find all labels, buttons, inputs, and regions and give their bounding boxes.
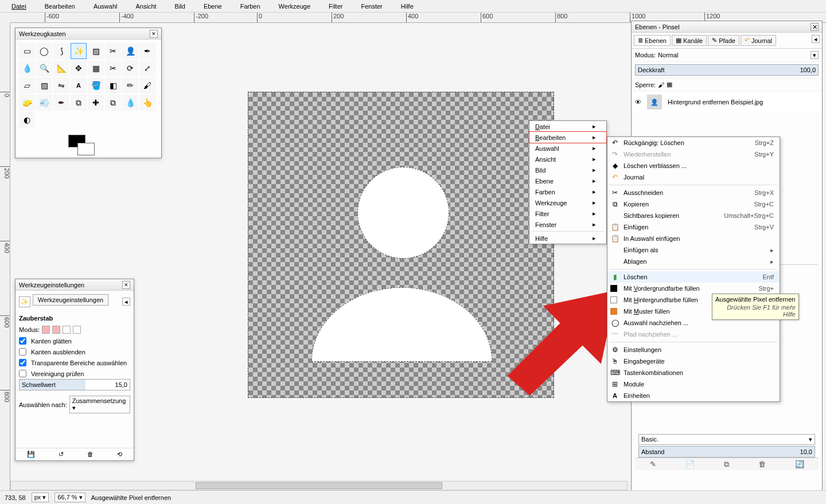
rotate-tool[interactable]: ⟳ [122, 60, 138, 76]
mode-dropdown[interactable]: ▾ [811, 51, 819, 59]
pencil-tool[interactable]: ✏ [122, 77, 138, 93]
scissors-tool[interactable]: ✂ [105, 43, 121, 59]
background-color[interactable] [77, 143, 95, 155]
menu-preferences[interactable]: ⚙Einstellungen [607, 344, 780, 355]
tab-journal[interactable]: ↶Journal [741, 35, 776, 46]
menu-auswahl[interactable]: Auswahl [84, 2, 127, 11]
restore-options-icon[interactable]: ↺ [59, 451, 64, 458]
refresh-brush-icon[interactable]: 🔄 [795, 460, 804, 468]
menu-cut[interactable]: ✂AusschneidenStrg+X [607, 187, 780, 198]
menu-button-icon[interactable]: ◂ [122, 298, 130, 306]
by-color-select-tool[interactable]: ▨ [88, 43, 104, 59]
move-tool[interactable]: ✥ [71, 60, 87, 76]
edit-submenu[interactable]: ↶Rückgängig: LöschenStrg+Z ↷Wiederherste… [607, 136, 780, 402]
delete-options-icon[interactable]: 🗑 [87, 451, 93, 458]
blend-tool[interactable]: ◧ [105, 77, 121, 93]
feather-checkbox[interactable] [19, 348, 26, 355]
zoom-tool[interactable]: 🔍 [36, 60, 52, 76]
menu-copy-visible[interactable]: Sichtbares kopierenUmschalt+Strg+C [607, 210, 780, 221]
transparent-checkbox[interactable] [19, 359, 26, 366]
foreground-select-tool[interactable]: 👤 [122, 43, 138, 59]
menu-modules[interactable]: ⊞Module [607, 378, 780, 390]
flip-tool[interactable]: ⇋ [53, 77, 69, 93]
tool-options-window[interactable]: Werkzeugeinstellungen ✕ ✨ Werkzeugeinste… [15, 279, 134, 461]
reset-options-icon[interactable]: ⟲ [117, 451, 122, 458]
layer-name[interactable]: Hintergrund entfernen Beispiel.jpg [668, 99, 763, 106]
eraser-tool[interactable]: 🧽 [19, 95, 35, 111]
menu-farben[interactable]: Farben [231, 2, 270, 11]
zoom-dropdown[interactable]: 66,7 % ▾ [54, 493, 85, 502]
menu-undo[interactable]: ↶Rückgängig: LöschenStrg+Z [607, 137, 780, 149]
menu-ebene[interactable]: Ebene [194, 2, 231, 11]
mode-subtract-button[interactable] [63, 326, 71, 334]
menu-paste-into[interactable]: 📋In Auswahl einfügen [607, 233, 780, 244]
scale-tool[interactable]: ⤢ [139, 60, 155, 76]
menu-bild[interactable]: Bild [166, 2, 194, 11]
menu-hilfe[interactable]: Hilfe [392, 2, 423, 11]
menu-datei[interactable]: Datei [2, 2, 36, 11]
ctx-datei[interactable]: Datei▸ [529, 121, 606, 132]
menu-ansicht[interactable]: Ansicht [126, 2, 165, 11]
rect-select-tool[interactable]: ▭ [19, 43, 35, 59]
lock-alpha-icon[interactable]: ▦ [667, 81, 672, 88]
layer-row[interactable]: 👁 👤 Hintergrund entfernen Beispiel.jpg [632, 91, 822, 113]
new-brush-icon[interactable]: 📄 [685, 460, 695, 468]
text-tool[interactable]: A [71, 77, 87, 93]
image-canvas[interactable] [248, 92, 554, 398]
fuzzy-select-tool[interactable]: ✨ [71, 43, 87, 59]
ellipse-select-tool[interactable]: ◯ [36, 43, 52, 59]
ctx-auswahl[interactable]: Auswahl▸ [529, 143, 606, 154]
unit-dropdown[interactable]: px ▾ [32, 493, 49, 502]
ctx-ebene[interactable]: Ebene▸ [529, 175, 606, 186]
menu-input-devices[interactable]: 🖱Eingabegeräte [607, 355, 780, 367]
shear-tool[interactable]: ▱ [19, 77, 35, 93]
threshold-field[interactable]: SSchwellwertchwellwert 15,0 [19, 379, 130, 390]
menu-redo[interactable]: ↷WiederherstellenStrg+Y [607, 149, 780, 160]
menu-fill-fg[interactable]: Mit Vordergrundfarbe füllenStrg+ [607, 283, 780, 294]
spacing-slider[interactable]: AAbstandbstand 10,0 [638, 446, 815, 458]
ctx-hilfe[interactable]: Hilfe▸ [529, 233, 606, 244]
mode-replace-button[interactable] [42, 326, 50, 334]
free-select-tool[interactable]: ⟆ [53, 43, 69, 59]
toolbox-window[interactable]: Werkzeugkasten ✕ ▭ ◯ ⟆ ✨ ▨ ✂ 👤 ✒ 💧 🔍 📐 ✥… [15, 28, 162, 158]
menu-clear[interactable]: ▮LöschenEntf [607, 271, 780, 283]
airbrush-tool[interactable]: 💨 [36, 95, 52, 111]
smudge-tool[interactable]: 👆 [139, 95, 155, 111]
ctx-farben[interactable]: Farben▸ [529, 186, 606, 197]
menu-fenster[interactable]: Fenster [352, 2, 391, 11]
align-tool[interactable]: ▦ [88, 60, 104, 76]
perspective-clone-tool[interactable]: ⧉ [105, 95, 121, 111]
menubar[interactable]: Datei Bearbeiten Auswahl Ansicht Bild Eb… [0, 0, 826, 13]
menu-filter[interactable]: Filter [320, 2, 352, 11]
ctx-filter[interactable]: Filter▸ [529, 208, 606, 219]
menu-copy[interactable]: ⧉KopierenStrg+C [607, 198, 780, 210]
menu-bearbeiten[interactable]: Bearbeiten [36, 2, 84, 11]
merged-checkbox[interactable] [19, 370, 26, 377]
ctx-fenster[interactable]: Fenster▸ [529, 219, 606, 230]
duplicate-brush-icon[interactable]: ⧉ [724, 460, 729, 469]
ctx-bild[interactable]: Bild▸ [529, 165, 606, 175]
selectby-dropdown[interactable]: Zusammensetzung ▾ [69, 396, 130, 413]
dock-title[interactable]: Ebenen - Pinsel ✕ [632, 21, 822, 33]
close-icon[interactable]: ✕ [122, 281, 130, 289]
menu-shortcuts[interactable]: ⌨Tastenkombinationen [607, 367, 780, 378]
menu-stroke-path[interactable]: 〰Pfad nachziehen ... [607, 329, 780, 340]
save-options-icon[interactable]: 💾 [27, 451, 35, 458]
crop-tool[interactable]: ✂ [105, 60, 121, 76]
brush-preset-dropdown[interactable]: Basic.▾ [638, 434, 815, 445]
close-icon[interactable]: ✕ [811, 23, 819, 31]
menu-fade[interactable]: ◆Löschen verblassen ... [607, 160, 780, 171]
delete-brush-icon[interactable]: 🗑 [758, 460, 766, 468]
heal-tool[interactable]: ✚ [88, 95, 104, 111]
paintbrush-tool[interactable]: 🖌 [139, 77, 155, 93]
measure-tool[interactable]: 📐 [53, 60, 69, 76]
mode-add-button[interactable] [52, 326, 60, 334]
tab-pfade[interactable]: ✎Pfade [708, 35, 739, 46]
blur-tool[interactable]: 💧 [122, 95, 138, 111]
ctx-bearbeiten[interactable]: Bearbeiten▸ [529, 131, 607, 143]
horizontal-scrollbar[interactable] [10, 481, 628, 490]
visibility-icon[interactable]: 👁 [635, 99, 641, 106]
opacity-slider[interactable]: Deckkraft 100,0 [635, 64, 819, 76]
menu-buffers[interactable]: Ablagen▸ [607, 256, 780, 267]
tab-menu-icon[interactable]: ◂ [812, 35, 820, 43]
